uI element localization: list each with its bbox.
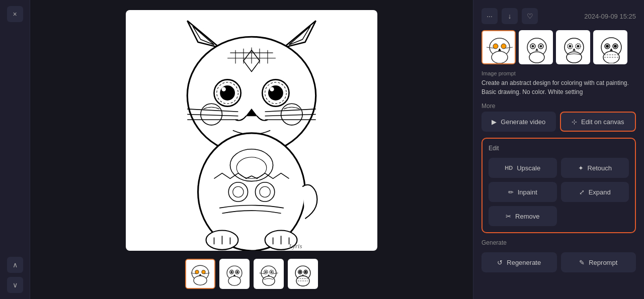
generate-section: Generate ↺ Regenerate ✎ Reprompt bbox=[481, 239, 636, 272]
remove-icon: ✂ bbox=[506, 213, 511, 220]
canvas-icon: ⊹ bbox=[572, 118, 577, 126]
nav-up-button[interactable]: ∧ bbox=[7, 257, 23, 273]
prompt-label: Image prompt bbox=[481, 70, 636, 76]
download-icon: ↓ bbox=[508, 12, 512, 20]
hd-icon: HD bbox=[505, 165, 513, 171]
inpaint-label: Inpaint bbox=[518, 188, 537, 196]
image-prompt-section: Image prompt Create an abstract design f… bbox=[481, 70, 636, 96]
chevron-up-icon: ∧ bbox=[13, 261, 18, 269]
remove-label: Remove bbox=[515, 213, 539, 220]
ellipsis-icon: ··· bbox=[487, 12, 493, 20]
more-actions: ▶ Generate video ⊹ Edit on canvas bbox=[481, 112, 636, 132]
bookmark-button[interactable]: ♡ bbox=[522, 8, 538, 24]
close-icon: × bbox=[13, 10, 17, 18]
reprompt-label: Reprompt bbox=[589, 259, 617, 266]
generate-label: Generate bbox=[481, 239, 636, 246]
more-section: More ▶ Generate video ⊹ Edit on canvas bbox=[481, 103, 636, 132]
panel-thumb-1[interactable] bbox=[481, 30, 516, 64]
action-icons: ··· ↓ ♡ bbox=[481, 8, 538, 24]
thumbnail-2[interactable] bbox=[219, 259, 250, 289]
edit-section: Edit HD Upscale ✦ Retouch ✏ Inpaint ⤢ Ex… bbox=[481, 138, 636, 233]
right-panel: ··· ↓ ♡ 2024-09-09 15:25 bbox=[473, 0, 644, 299]
retouch-label: Retouch bbox=[588, 164, 612, 172]
thumbnail-1[interactable] bbox=[185, 259, 215, 289]
panel-thumb-4[interactable] bbox=[593, 30, 627, 64]
nav-down-button[interactable]: ∨ bbox=[7, 277, 23, 293]
expand-label: Expand bbox=[589, 188, 611, 196]
regenerate-label: Regenerate bbox=[507, 259, 541, 266]
thumbnail-4[interactable] bbox=[288, 259, 318, 289]
expand-icon: ⤢ bbox=[579, 188, 585, 196]
generate-video-label: Generate video bbox=[501, 118, 545, 126]
svg-point-54 bbox=[194, 276, 207, 285]
edit-on-canvas-button[interactable]: ⊹ Edit on canvas bbox=[560, 112, 636, 132]
timestamp: 2024-09-09 15:25 bbox=[584, 13, 636, 20]
svg-point-50 bbox=[202, 270, 205, 274]
svg-text:Lyris: Lyris bbox=[289, 243, 302, 250]
edit-on-canvas-label: Edit on canvas bbox=[581, 118, 624, 126]
svg-point-96 bbox=[529, 52, 544, 63]
svg-point-67 bbox=[265, 271, 267, 273]
svg-point-60 bbox=[236, 271, 238, 273]
svg-point-70 bbox=[263, 276, 275, 286]
svg-point-88 bbox=[492, 51, 508, 63]
main-image: Lyris bbox=[126, 10, 377, 251]
expand-button[interactable]: ⤢ Expand bbox=[561, 182, 629, 202]
svg-point-49 bbox=[195, 270, 199, 274]
download-button[interactable]: ↓ bbox=[502, 8, 518, 24]
inpaint-button[interactable]: ✏ Inpaint bbox=[489, 182, 557, 202]
retouch-button[interactable]: ✦ Retouch bbox=[561, 158, 629, 178]
svg-point-110 bbox=[614, 45, 617, 48]
svg-point-20 bbox=[270, 87, 274, 91]
prompt-text: Create an abstract design for coloring w… bbox=[481, 78, 636, 96]
inpaint-icon: ✏ bbox=[508, 188, 514, 196]
cat-illustration: Lyris bbox=[126, 10, 377, 251]
svg-point-94 bbox=[540, 45, 542, 48]
top-actions: ··· ↓ ♡ 2024-09-09 15:25 bbox=[481, 8, 636, 24]
svg-point-76 bbox=[304, 271, 307, 273]
reprompt-button[interactable]: ✎ Reprompt bbox=[561, 252, 636, 272]
svg-point-100 bbox=[569, 45, 572, 48]
regenerate-icon: ↺ bbox=[497, 259, 503, 266]
thumbnail-3[interactable] bbox=[254, 259, 284, 289]
svg-point-68 bbox=[271, 271, 273, 273]
svg-point-92 bbox=[532, 45, 534, 48]
reprompt-icon: ✎ bbox=[579, 259, 585, 266]
edit-grid: HD Upscale ✦ Retouch ✏ Inpaint ⤢ Expand … bbox=[489, 158, 629, 226]
generate-video-button[interactable]: ▶ Generate video bbox=[481, 112, 556, 132]
panel-thumb-2[interactable] bbox=[519, 30, 553, 64]
svg-point-104 bbox=[567, 52, 582, 63]
remove-button[interactable]: ✂ Remove bbox=[489, 206, 557, 226]
upscale-label: Upscale bbox=[517, 164, 540, 172]
upscale-button[interactable]: HD Upscale bbox=[489, 158, 557, 178]
left-sidebar: × ∧ ∨ bbox=[0, 0, 30, 299]
main-image-area: Lyris bbox=[30, 0, 473, 299]
edit-label: Edit bbox=[489, 145, 629, 152]
close-button[interactable]: × bbox=[7, 6, 23, 22]
chevron-down-icon: ∨ bbox=[13, 281, 18, 289]
svg-point-62 bbox=[228, 276, 240, 286]
panel-thumb-3[interactable] bbox=[556, 30, 590, 64]
generate-actions: ↺ Regenerate ✎ Reprompt bbox=[481, 252, 636, 272]
retouch-icon: ✦ bbox=[578, 164, 584, 172]
svg-point-108 bbox=[606, 45, 609, 48]
panel-thumbnail-row bbox=[481, 30, 636, 64]
bottom-thumbnail-row bbox=[185, 259, 318, 289]
more-label: More bbox=[481, 103, 636, 110]
bookmark-icon: ♡ bbox=[527, 12, 533, 20]
more-options-button[interactable]: ··· bbox=[481, 8, 498, 24]
svg-point-59 bbox=[231, 271, 233, 273]
svg-point-16 bbox=[221, 87, 226, 91]
svg-point-102 bbox=[577, 45, 580, 48]
regenerate-button[interactable]: ↺ Regenerate bbox=[481, 252, 557, 272]
svg-point-75 bbox=[299, 271, 301, 273]
video-icon: ▶ bbox=[492, 118, 497, 126]
